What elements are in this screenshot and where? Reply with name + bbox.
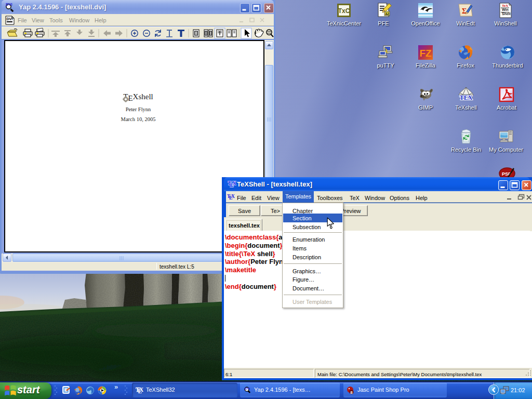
svg-text:Shell: Shell	[502, 12, 511, 16]
svg-text:Win: Win	[502, 8, 509, 11]
svg-text:X: X	[139, 387, 143, 393]
svg-text:8: 8	[350, 390, 353, 395]
svg-text:TeX: TeX	[502, 4, 508, 8]
svg-text:FZ: FZ	[419, 48, 432, 59]
svg-text:DVI: DVI	[7, 17, 13, 21]
svg-text:DVI: DVI	[6, 2, 12, 7]
svg-text:TxC: TxC	[338, 7, 350, 15]
svg-text:32: 32	[385, 12, 389, 16]
svg-text:X: X	[231, 193, 235, 199]
svg-text:X: X	[232, 180, 236, 186]
svg-text:DVI: DVI	[245, 387, 250, 390]
svg-text:TEX: TEX	[460, 94, 473, 101]
